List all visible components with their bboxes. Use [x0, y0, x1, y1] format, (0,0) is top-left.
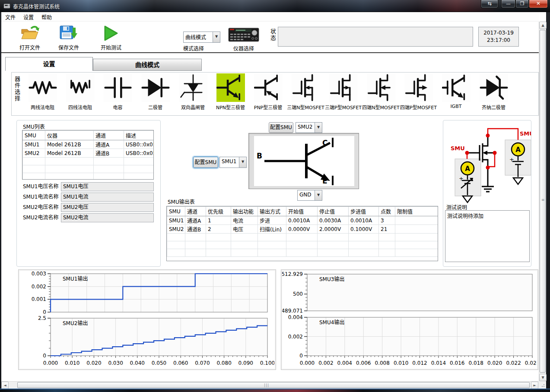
scroll-up-icon[interactable]: ▲ — [539, 22, 547, 29]
chevron-down-icon[interactable]: ▼ — [213, 32, 220, 42]
device-item[interactable]: 两线法电阻 — [24, 73, 61, 111]
name-field-label: SMU2电流名称 — [23, 213, 58, 222]
configure-smu-left-button[interactable]: 配置SMU — [193, 157, 218, 168]
flip3d-button[interactable]: ⇆ — [481, 0, 498, 8]
device-item[interactable]: 电容 — [99, 73, 137, 111]
smu-list-table[interactable]: SMU仪器通道描述SMU1Model 2612B通道AUSB0::0x05E6:… — [22, 130, 154, 180]
scroll-right-icon[interactable]: ► — [531, 382, 538, 389]
open-file-button[interactable]: 打开文件 — [13, 25, 47, 52]
toolbar-separator — [1, 52, 539, 53]
test-desc-box[interactable]: 测试说明待添加 — [445, 210, 530, 262]
menu-item[interactable]: 文件 — [1, 12, 19, 22]
table-cell — [231, 234, 258, 241]
column-header[interactable]: SMU — [167, 207, 185, 216]
table-cell — [206, 234, 231, 241]
column-header[interactable]: 限制值 — [395, 207, 439, 216]
terminal-c-label: C — [322, 139, 327, 147]
column-header[interactable]: 输出功能 — [231, 207, 258, 216]
table-cell — [258, 234, 286, 241]
column-header[interactable]: 步进值 — [349, 207, 379, 216]
svg-text:0.001: 0.001 — [32, 296, 46, 302]
table-cell — [395, 241, 439, 249]
menu-item[interactable]: 帮助 — [38, 12, 56, 22]
table-cell: 2.0000V — [318, 225, 349, 234]
svg-text:0.010: 0.010 — [394, 360, 408, 366]
table-cell: 0.0000V — [286, 225, 318, 234]
device-item[interactable]: PNP型三极管 — [249, 73, 287, 111]
horizontal-scrollbar[interactable]: ◄ ||| ► — [1, 381, 539, 389]
open-file-icon — [20, 25, 39, 41]
column-header[interactable]: 点数 — [379, 207, 395, 216]
zener-diode-icon — [480, 73, 508, 102]
table-row[interactable]: SMU2Model 2612B通道BUSB0::0x05E6:: — [23, 149, 154, 158]
table-cell: 电压 — [231, 225, 258, 234]
table-cell: 21 — [379, 225, 395, 234]
device-item[interactable]: NPN型三极管 — [212, 73, 249, 111]
tab-active[interactable]: 设置 — [5, 57, 93, 71]
table-cell: 0.1000V — [349, 225, 379, 234]
maximize-button[interactable]: ❐ — [515, 0, 529, 8]
name-field-input[interactable]: SMU1电压 — [61, 182, 154, 191]
close-button[interactable]: ✕ — [529, 0, 548, 8]
device-item[interactable]: 三端N型MOSFET — [287, 73, 324, 111]
smu-left-select-value: SMU1 — [220, 157, 239, 168]
name-field-input[interactable]: SMU2电压 — [61, 203, 154, 212]
device-item-label: 两线法电阻 — [24, 104, 61, 111]
name-field-input[interactable]: SMU1电流 — [61, 193, 154, 202]
minimize-button[interactable]: — — [501, 0, 515, 8]
scroll-left-icon[interactable]: ◄ — [1, 382, 9, 389]
device-item[interactable]: IGBT — [437, 73, 475, 111]
device-item[interactable]: 四端N型MOSFET — [362, 73, 400, 111]
table-row[interactable]: SMU1Model 2612B通道AUSB0::0x05E6:: — [23, 140, 154, 149]
mode-select[interactable]: 曲线模式 ▼ — [183, 32, 220, 43]
column-header[interactable]: 通道 — [94, 131, 124, 140]
column-header[interactable]: 仪器 — [45, 131, 94, 140]
table-cell — [124, 165, 154, 173]
column-header[interactable]: 输出方式 — [258, 207, 286, 216]
device-item[interactable]: 二极管 — [137, 73, 174, 111]
vertical-scrollbar[interactable]: ▲ ≡ ▼ — [539, 22, 546, 381]
smu-top-select[interactable]: SMU2 ▼ — [296, 122, 322, 133]
column-header[interactable]: 开始值 — [286, 207, 318, 216]
column-header[interactable]: 停止值 — [318, 207, 349, 216]
vertical-scroll-thumb[interactable]: ≡ — [540, 30, 546, 373]
menu-item[interactable]: 设置 — [19, 12, 38, 22]
smu-left-select[interactable]: SMU1 ▼ — [219, 157, 247, 168]
instrument-select-button[interactable]: 仪器选择 — [228, 26, 259, 52]
column-header[interactable]: SMU — [23, 131, 45, 140]
start-test-button[interactable]: 开始测试 — [94, 25, 128, 52]
table-cell — [258, 249, 286, 257]
name-field-label: SMU1电流名称 — [23, 193, 58, 202]
chevron-down-icon[interactable]: ▼ — [239, 157, 246, 168]
svg-text:0.022: 0.022 — [506, 360, 521, 366]
titlebar[interactable]: 泰克晶体管测试系统 — [0, 0, 550, 12]
tab-inactive[interactable]: 曲线模式 — [93, 59, 202, 71]
svg-text:0.100: 0.100 — [260, 360, 274, 366]
chevron-down-icon[interactable]: ▼ — [315, 190, 322, 200]
device-item[interactable]: 双向晶闸管 — [174, 73, 212, 111]
horizontal-scroll-thumb[interactable]: ||| — [17, 382, 530, 388]
device-item[interactable]: 三端P型MOSFET — [324, 73, 362, 111]
table-cell: 0.0030A — [318, 216, 349, 225]
table-row[interactable]: SMU2通道B2电压扫描(Lin)0.0000V2.0000V0.1000V21 — [167, 225, 439, 234]
column-header[interactable]: 优先级 — [206, 207, 231, 216]
table-cell: 0.0010A — [349, 216, 379, 225]
name-field-input[interactable]: SMU2电流 — [61, 213, 154, 222]
smu4-output-chart: 00.0020.0040.0000.0020.0040.0060.0080.01… — [282, 314, 537, 370]
resize-grip[interactable] — [539, 381, 546, 389]
device-item[interactable]: 四线法电阻 — [61, 73, 99, 111]
device-item[interactable]: 四端P型MOSFET — [400, 73, 437, 111]
column-header[interactable]: 描述 — [124, 131, 154, 140]
save-file-button[interactable]: 保存文件 — [52, 25, 86, 52]
app-icon — [3, 3, 10, 9]
device-item[interactable]: 齐纳二极管 — [475, 73, 512, 111]
scroll-down-icon[interactable]: ▼ — [539, 374, 547, 381]
configure-smu-top-button[interactable]: 配置SMU — [269, 122, 293, 133]
smu-output-table[interactable]: SMU通道优先级输出功能输出方式开始值停止值步进值点数限制值SMU1通道A1电流… — [166, 206, 438, 261]
chevron-down-icon[interactable]: ▼ — [315, 123, 322, 133]
table-cell: 通道A — [185, 216, 206, 225]
gnd-select[interactable]: GND ▼ — [297, 190, 322, 201]
table-cell — [23, 165, 45, 173]
column-header[interactable]: 通道 — [185, 207, 206, 216]
table-row[interactable]: SMU1通道A1电流步进0.0010A0.0030A0.0010A3 — [167, 216, 439, 225]
